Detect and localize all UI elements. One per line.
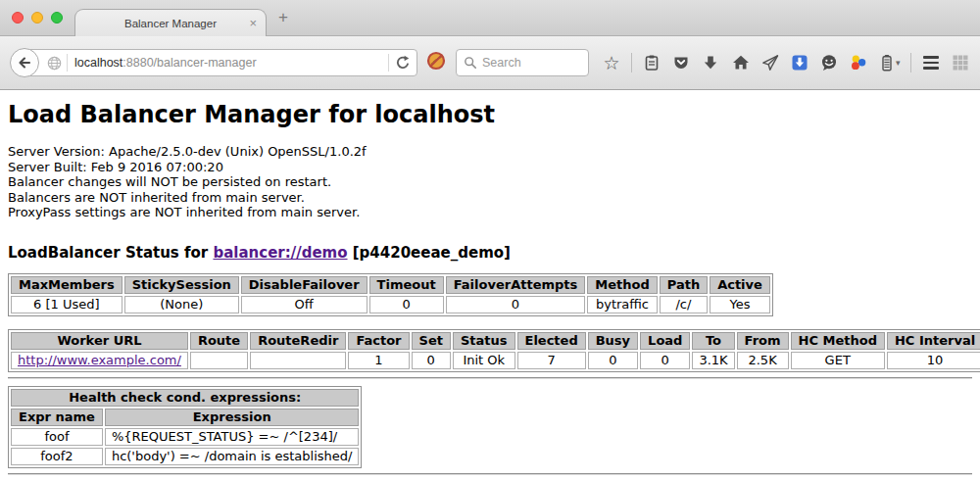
tab-groups-icon[interactable] bbox=[951, 53, 970, 72]
table-cell: 0 bbox=[588, 352, 638, 369]
extension-smiley-icon[interactable] bbox=[819, 53, 839, 72]
pocket-icon[interactable] bbox=[671, 53, 691, 72]
back-button[interactable] bbox=[10, 48, 39, 77]
tab-balancer-manager[interactable]: Balancer Manager × bbox=[74, 9, 267, 37]
table-cell: Init Ok bbox=[453, 352, 515, 369]
url-separator bbox=[388, 54, 389, 72]
url-host: localhost bbox=[74, 56, 122, 70]
page-content: Load Balancer Manager for localhost Serv… bbox=[0, 90, 980, 480]
server-version-line: Server Version: Apache/2.5.0-dev (Unix) … bbox=[8, 144, 972, 160]
table-cell: bytraffic bbox=[587, 296, 657, 313]
url-bar[interactable]: localhost:8880/balancer-manager bbox=[24, 49, 417, 76]
table-cell bbox=[250, 352, 346, 369]
toolbar-separator bbox=[631, 53, 632, 72]
column-header: Factor bbox=[348, 332, 409, 350]
column-header: MaxMembers bbox=[11, 276, 122, 294]
download-icon[interactable] bbox=[701, 53, 720, 72]
column-header: To bbox=[692, 332, 734, 350]
search-icon bbox=[464, 56, 477, 70]
table-cell: GET bbox=[791, 352, 885, 369]
globe-icon bbox=[47, 56, 62, 71]
url-separator bbox=[67, 54, 68, 72]
status-heading-suffix: [p4420eeae_demo] bbox=[348, 244, 511, 262]
balancer-link[interactable]: balancer://demo bbox=[213, 244, 347, 262]
tab-bar: Balancer Manager × + bbox=[0, 0, 980, 36]
reload-button[interactable] bbox=[395, 55, 411, 71]
chevron-down-icon[interactable]: ▾ bbox=[896, 58, 901, 68]
column-header: Load bbox=[640, 332, 690, 350]
column-header: DisableFailover bbox=[241, 276, 368, 294]
table-cell: 0 bbox=[412, 352, 451, 369]
back-icon bbox=[17, 55, 32, 71]
clipboard-icon[interactable] bbox=[642, 53, 662, 72]
balancer-table: MaxMembers StickySession DisableFailover… bbox=[8, 273, 773, 316]
worker-table: Worker URL Route RouteRedir Factor Set S… bbox=[8, 329, 980, 372]
column-header: Busy bbox=[588, 332, 638, 350]
table-cell: Off bbox=[241, 296, 368, 313]
expression-cell: hc('body') =~ /domain is established/ bbox=[105, 448, 360, 465]
column-header: Route bbox=[190, 332, 248, 350]
table-cell: 6 [1 Used] bbox=[11, 296, 122, 313]
browser-window: Balancer Manager × + localhost:8880/bala… bbox=[0, 0, 980, 480]
window-controls bbox=[12, 12, 63, 24]
server-built-line: Server Built: Feb 9 2016 07:00:20 bbox=[8, 160, 972, 175]
toolbar-icons: ☆ bbox=[602, 53, 970, 72]
expr-name-cell: foof2 bbox=[11, 448, 103, 465]
table-cell: 0 bbox=[640, 352, 690, 369]
health-check-table: Health check cond. expressions: Expr nam… bbox=[8, 386, 362, 468]
column-header: Path bbox=[660, 276, 708, 294]
table-cell: Yes bbox=[710, 296, 770, 313]
extension-battery-button[interactable]: ▾ bbox=[878, 54, 901, 72]
column-header: RouteRedir bbox=[250, 332, 346, 350]
new-tab-button[interactable]: + bbox=[278, 8, 288, 27]
column-header: Active bbox=[710, 276, 770, 294]
proxypass-notice-line: ProxyPass settings are NOT inherited fro… bbox=[8, 205, 972, 220]
worker-url-cell: http://www.example.com/ bbox=[11, 352, 188, 369]
column-header: Set bbox=[412, 332, 451, 350]
column-header: Timeout bbox=[369, 276, 444, 294]
search-placeholder: Search bbox=[482, 56, 521, 70]
column-header: HC Interval bbox=[887, 332, 980, 350]
table-row: 6 [1 Used] (None) Off 0 0 bytraffic /c/ … bbox=[11, 296, 770, 313]
column-header: HC Method bbox=[791, 332, 885, 350]
column-header: FailoverAttempts bbox=[446, 276, 586, 294]
extension-blue-download-icon[interactable] bbox=[790, 53, 809, 72]
persist-notice-line: Balancer changes will NOT be persisted o… bbox=[8, 174, 972, 190]
search-bar[interactable]: Search bbox=[456, 49, 589, 76]
server-info: Server Version: Apache/2.5.0-dev (Unix) … bbox=[8, 144, 972, 220]
window-close-button[interactable] bbox=[12, 12, 24, 24]
table-cell: 3.1K bbox=[692, 352, 734, 369]
column-header: Expr name bbox=[11, 409, 103, 426]
column-header: Worker URL bbox=[11, 332, 188, 350]
section-divider bbox=[8, 473, 972, 475]
menu-icon[interactable] bbox=[921, 53, 941, 72]
plugin-blocked-button[interactable] bbox=[426, 51, 446, 74]
table-row: foof %{REQUEST_STATUS} =~ /^[234]/ bbox=[11, 428, 359, 446]
worker-url-link[interactable]: http://www.example.com/ bbox=[18, 353, 181, 367]
table-cell: 1 bbox=[348, 352, 409, 369]
inherit-notice-line: Balancers are NOT inherited from main se… bbox=[8, 190, 972, 206]
table-header-row: Expr name Expression bbox=[11, 409, 359, 426]
window-minimize-button[interactable] bbox=[31, 12, 43, 24]
navigation-toolbar: localhost:8880/balancer-manager Search bbox=[0, 36, 980, 90]
health-table-title: Health check cond. expressions: bbox=[11, 389, 359, 407]
tab-title: Balancer Manager bbox=[124, 18, 217, 29]
toolbar-separator bbox=[910, 53, 911, 72]
table-header-row: Worker URL Route RouteRedir Factor Set S… bbox=[11, 332, 980, 350]
home-icon[interactable] bbox=[731, 53, 751, 72]
table-cell bbox=[190, 352, 248, 369]
expr-name-cell: foof bbox=[11, 428, 103, 446]
bookmark-star-icon[interactable]: ☆ bbox=[602, 53, 621, 72]
extension-color-dots-icon[interactable] bbox=[849, 53, 868, 72]
table-cell: 0 bbox=[369, 296, 444, 313]
column-header: Status bbox=[453, 332, 515, 350]
table-cell: (None) bbox=[124, 296, 239, 313]
window-zoom-button[interactable] bbox=[51, 12, 63, 24]
send-icon[interactable] bbox=[760, 53, 780, 72]
expression-cell: %{REQUEST_STATUS} =~ /^[234]/ bbox=[105, 428, 360, 446]
page-title: Load Balancer Manager for localhost bbox=[8, 90, 972, 128]
tab-close-icon[interactable]: × bbox=[249, 16, 257, 30]
table-row: http://www.example.com/ 1 0 Init Ok 7 0 … bbox=[11, 352, 980, 369]
table-cell: 0 bbox=[446, 296, 586, 313]
url-text[interactable]: localhost:8880/balancer-manager bbox=[74, 56, 382, 70]
